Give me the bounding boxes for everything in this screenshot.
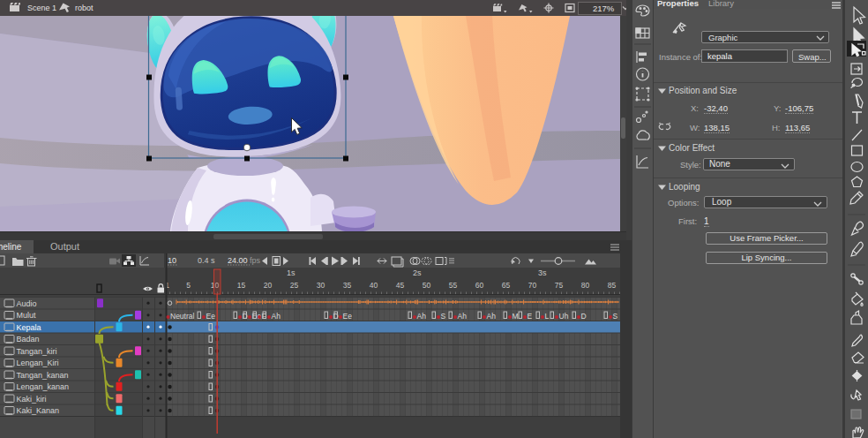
svg-text:1s: 1s <box>287 268 296 277</box>
svg-text:2s: 2s <box>413 268 422 277</box>
svg-text:Kepala: Kepala <box>17 323 41 332</box>
svg-text:Tangan_kanan: Tangan_kanan <box>17 371 69 380</box>
svg-text:60: 60 <box>475 281 484 290</box>
svg-text:0.4 s: 0.4 s <box>198 256 215 265</box>
svg-text:Output: Output <box>50 241 79 252</box>
svg-text:Neutral: Neutral <box>170 312 195 321</box>
svg-text:24.00 fps: 24.00 fps <box>228 256 261 265</box>
svg-text:Lengan_Kiri: Lengan_Kiri <box>17 359 59 367</box>
svg-text:L: L <box>545 312 550 321</box>
svg-text:Timeline: Timeline <box>0 242 22 252</box>
svg-text:Badan: Badan <box>17 335 40 344</box>
svg-text:20: 20 <box>264 281 273 290</box>
svg-text:25: 25 <box>290 281 299 290</box>
svg-text:85: 85 <box>608 281 617 290</box>
svg-text:5: 5 <box>186 281 191 290</box>
svg-text:10: 10 <box>168 256 176 265</box>
svg-text:Tangan_kiri: Tangan_kiri <box>17 347 57 356</box>
svg-text:Uh: Uh <box>559 312 569 321</box>
svg-text:Kaki_Kanan: Kaki_Kanan <box>17 406 60 415</box>
svg-text:E: E <box>528 312 533 321</box>
svg-text:Lengan_kanan: Lengan_kanan <box>17 382 70 391</box>
svg-text:3s: 3s <box>538 268 547 277</box>
svg-text:45: 45 <box>396 281 405 290</box>
svg-text:D: D <box>581 312 587 321</box>
svg-text:40: 40 <box>370 281 378 290</box>
svg-text:15: 15 <box>237 281 246 290</box>
svg-text:M: M <box>513 312 519 321</box>
svg-text:Mulut: Mulut <box>17 311 37 320</box>
svg-text:Ah: Ah <box>417 312 427 321</box>
svg-text:65: 65 <box>502 281 511 290</box>
svg-text:50: 50 <box>423 281 431 290</box>
svg-text:Ee: Ee <box>343 312 353 321</box>
svg-text:75: 75 <box>555 281 564 290</box>
svg-text:Audio: Audio <box>17 299 37 308</box>
svg-text:S: S <box>441 312 446 321</box>
svg-text:Ah: Ah <box>487 312 497 321</box>
svg-text:S: S <box>613 312 618 321</box>
svg-text:Ee: Ee <box>206 312 216 321</box>
svg-text:Ah: Ah <box>272 312 281 321</box>
svg-text:30: 30 <box>317 281 326 290</box>
svg-text:55: 55 <box>449 281 458 290</box>
svg-text:80: 80 <box>581 281 590 290</box>
svg-text:70: 70 <box>528 281 537 290</box>
svg-text:Ah: Ah <box>458 312 468 321</box>
svg-text:35: 35 <box>343 281 352 290</box>
svg-text:Kaki_kiri: Kaki_kiri <box>17 395 47 404</box>
